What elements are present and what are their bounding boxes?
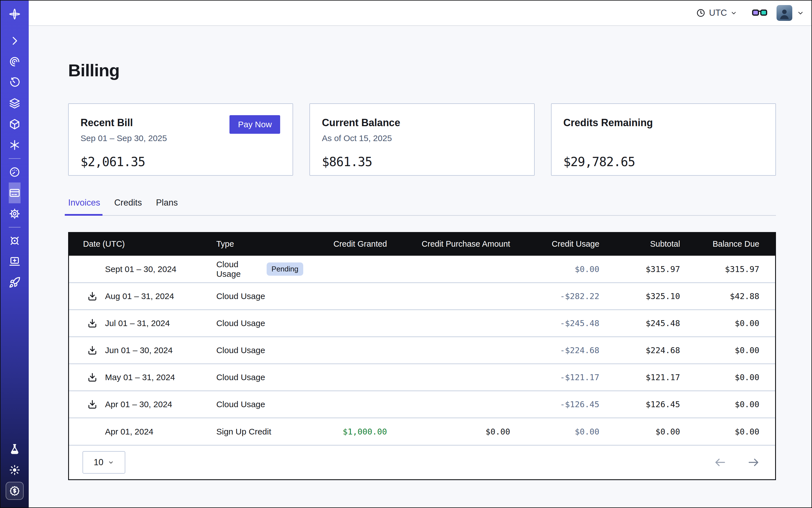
next-page-button[interactable] (747, 456, 760, 469)
glasses-icon (752, 7, 768, 18)
glasses-toggle[interactable] (752, 7, 768, 18)
recent-bill-card: Recent Bill Sep 01 – Sep 30, 2025 $2,061… (68, 103, 293, 176)
invoice-row: Jun 01 – 30, 2024Cloud Usage-$224.68$224… (69, 337, 775, 364)
table-header: Date (UTC) Type Credit Granted Credit Pu… (69, 232, 775, 256)
avatar-photo (776, 7, 792, 21)
sidebar-item-explore[interactable] (9, 51, 20, 72)
credit-usage-cell: -$121.17 (510, 364, 599, 391)
sidebar-item-operations[interactable] (9, 230, 20, 251)
card-subtitle: As of Oct 15, 2025 (322, 133, 521, 144)
sidebar-item-packages[interactable] (9, 114, 20, 135)
chevron-right-icon (9, 35, 20, 47)
table-pagination: 10 (69, 445, 775, 479)
card-title: Credits Remaining (563, 117, 763, 129)
user-avatar[interactable] (776, 5, 792, 21)
arrow-left-icon (714, 456, 727, 469)
sidebar-item-credits[interactable] (1, 480, 29, 501)
col-balance-due: Balance Due (680, 232, 775, 256)
dollar-badge-icon (9, 485, 20, 497)
icon-spacer (86, 263, 98, 275)
col-subtotal: Subtotal (599, 232, 680, 256)
sidebar-item-billing[interactable] (9, 182, 20, 203)
laptop-plus-icon (9, 256, 20, 267)
previous-page-button[interactable] (714, 456, 727, 469)
timezone-selector[interactable]: UTC (696, 8, 737, 18)
download-invoice-icon[interactable] (86, 372, 98, 383)
sidebar-item-usage[interactable] (9, 162, 20, 182)
app-logo[interactable] (1, 1, 29, 28)
chevron-down-icon (797, 9, 804, 16)
credit-usage-cell: -$282.22 (510, 283, 599, 310)
balance-due-cell: $0.00 (680, 337, 775, 364)
subtotal-cell: $121.17 (599, 364, 680, 391)
current-balance-card: Current Balance As of Oct 15, 2025 $861.… (309, 103, 535, 176)
invoice-date: Aug 01 – 31, 2024 (105, 291, 174, 301)
download-invoice-icon[interactable] (86, 344, 98, 356)
credit-purchase-amount-cell (387, 256, 510, 283)
invoice-type: Cloud Usage (216, 345, 265, 355)
sidebar-bottom-nav (1, 439, 29, 501)
invoice-type-cell: Sign Up Credit (216, 418, 303, 445)
sidebar-item-layers[interactable] (9, 93, 20, 114)
credit-purchase-amount-cell (387, 337, 510, 364)
balance-due-cell: $0.00 (680, 391, 775, 418)
asterisk-icon (9, 139, 20, 151)
download-invoice-icon[interactable] (86, 318, 98, 329)
tab-invoices[interactable]: Invoices (68, 198, 100, 215)
top-bar: UTC (29, 1, 811, 26)
current-balance-amount: $861.35 (322, 155, 521, 169)
invoice-date-cell: Aug 01 – 31, 2024 (69, 283, 216, 310)
invoice-date: Jul 01 – 31, 2024 (105, 319, 170, 328)
sidebar-item-launch[interactable] (9, 272, 20, 293)
invoice-row: Apr 01 – 30, 2024Cloud Usage-$126.45$126… (69, 391, 775, 418)
col-credit-usage: Credit Usage (510, 232, 599, 256)
sidebar-nav (9, 31, 20, 293)
pay-now-button[interactable]: Pay Now (229, 115, 280, 134)
history-icon (9, 77, 20, 88)
rocket-icon (9, 277, 20, 288)
recent-bill-amount: $2,061.35 (81, 155, 280, 169)
sidebar (1, 1, 29, 507)
invoice-date: Jun 01 – 30, 2024 (105, 345, 173, 355)
sidebar-divider (9, 227, 20, 227)
tab-credits[interactable]: Credits (114, 198, 142, 215)
invoice-type-cell: Cloud Usage (216, 337, 303, 364)
sidebar-item-labs[interactable] (1, 439, 29, 460)
main-content: Billing Recent Bill Sep 01 – Sep 30, 202… (29, 27, 811, 507)
col-credit-purchase-amount: Credit Purchase Amount (387, 232, 510, 256)
sidebar-item-brightness[interactable] (1, 460, 29, 480)
invoice-type: Sign Up Credit (216, 427, 271, 436)
credit-purchase-amount-cell (387, 310, 510, 337)
credit-granted-cell (303, 337, 387, 364)
tab-plans[interactable]: Plans (156, 198, 178, 215)
subtotal-cell: $224.68 (599, 337, 680, 364)
account-menu-toggle[interactable] (797, 9, 804, 16)
credit-granted-cell (303, 283, 387, 310)
page-size-value: 10 (94, 457, 103, 467)
sun-icon (9, 464, 20, 476)
download-invoice-icon[interactable] (86, 290, 98, 302)
sidebar-item-history[interactable] (9, 72, 20, 93)
gauge-icon (9, 166, 20, 178)
sidebar-item-expand[interactable] (9, 31, 20, 51)
invoice-type: Cloud Usage (216, 373, 265, 382)
sidebar-item-services[interactable] (9, 135, 20, 156)
credit-usage-cell: $0.00 (510, 418, 599, 445)
invoice-type: Cloud Usage (216, 260, 260, 279)
download-invoice-icon[interactable] (86, 398, 98, 410)
arrow-right-icon (747, 456, 760, 469)
cube-icon (9, 118, 20, 130)
chevron-down-icon (108, 459, 114, 465)
card-subtitle: Sep 01 – Sep 30, 2025 (81, 133, 280, 144)
subtotal-cell: $325.10 (599, 283, 680, 310)
page-size-select[interactable]: 10 (83, 451, 125, 474)
invoice-type-cell: Cloud Usage (216, 310, 303, 337)
sidebar-item-workstation[interactable] (9, 251, 20, 272)
invoice-row: Sept 01 – 30, 2024Cloud UsagePending$0.0… (69, 256, 775, 283)
status-badge: Pending (267, 262, 303, 276)
invoice-date: Sept 01 – 30, 2024 (105, 264, 176, 274)
card-title: Current Balance (322, 117, 521, 129)
sidebar-item-settings[interactable] (9, 203, 20, 224)
clock-icon (696, 8, 706, 18)
invoice-type: Cloud Usage (216, 319, 265, 328)
